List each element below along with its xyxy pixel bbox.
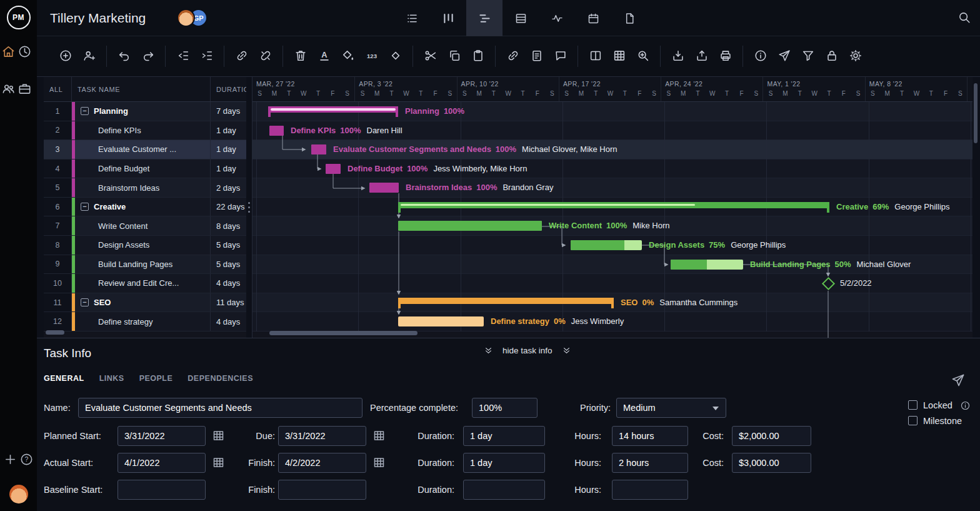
toolbar-export-icon[interactable] bbox=[694, 49, 709, 64]
collapse-icon[interactable]: − bbox=[81, 298, 89, 306]
toolbar-settings-icon[interactable] bbox=[848, 49, 863, 64]
task-row-9[interactable]: 9 Build Landing Pages 5 days bbox=[44, 255, 246, 275]
task-row-6[interactable]: 6 −Creative 22 days bbox=[44, 198, 246, 217]
due-input[interactable] bbox=[278, 426, 366, 446]
calendar-icon[interactable] bbox=[372, 456, 386, 470]
task-row-12[interactable]: 12 Define strategy 4 days bbox=[44, 312, 246, 331]
sidebar-clock-icon[interactable] bbox=[16, 44, 32, 61]
toolbar-copy-icon[interactable] bbox=[446, 49, 462, 64]
toolbar-paste-icon[interactable] bbox=[470, 49, 486, 64]
toolbar-notes-icon[interactable] bbox=[529, 49, 544, 64]
toolbar-zoom-icon[interactable] bbox=[635, 49, 651, 64]
baseline-start-input[interactable] bbox=[118, 480, 206, 500]
collapse-icon[interactable]: − bbox=[81, 203, 89, 211]
task-row-5[interactable]: 5 Brainstorm Ideas 2 days bbox=[44, 178, 246, 198]
task-row-4[interactable]: 4 Define Budget 1 day bbox=[44, 159, 246, 179]
gantt-summary-bar[interactable] bbox=[268, 106, 398, 113]
toolbar-indent-icon[interactable] bbox=[199, 49, 214, 64]
finish-input[interactable] bbox=[278, 480, 366, 500]
panel-splitter[interactable] bbox=[246, 77, 252, 338]
gantt-task-bar[interactable] bbox=[269, 126, 284, 136]
task-name-cell[interactable]: −Planning bbox=[72, 102, 211, 121]
duration-input[interactable] bbox=[463, 453, 545, 473]
gantt-vertical-scrollbar[interactable] bbox=[974, 83, 978, 143]
task-name-cell[interactable]: Brainstorm Ideas bbox=[72, 178, 211, 197]
task-row-7[interactable]: 7 Write Content 8 days bbox=[44, 216, 246, 236]
view-list-view-icon[interactable] bbox=[394, 0, 430, 36]
name-input[interactable] bbox=[78, 398, 362, 418]
gantt-summary-bar[interactable] bbox=[398, 202, 829, 208]
gantt-horizontal-scrollbar[interactable] bbox=[269, 331, 418, 335]
tab-people[interactable]: PEOPLE bbox=[139, 374, 173, 383]
gantt-summary-bar[interactable] bbox=[398, 298, 614, 304]
percentage-complete-input[interactable] bbox=[472, 398, 538, 418]
toolbar-add-task-icon[interactable] bbox=[58, 49, 73, 64]
task-name-cell[interactable]: Design Assets bbox=[72, 236, 211, 255]
duration-input[interactable] bbox=[463, 426, 545, 446]
toolbar-comment-icon[interactable] bbox=[552, 49, 568, 64]
cost-input[interactable] bbox=[732, 426, 811, 446]
tab-general[interactable]: GENERAL bbox=[44, 374, 84, 383]
sidebar-help-icon[interactable]: ? bbox=[19, 452, 35, 468]
planned-start-input[interactable] bbox=[118, 426, 206, 446]
toolbar-undo-icon[interactable] bbox=[116, 49, 132, 64]
task-name-cell[interactable]: −Creative bbox=[72, 198, 211, 216]
gantt-milestone-diamond[interactable] bbox=[822, 277, 835, 290]
task-name-cell[interactable]: Evaluate Customer ... bbox=[72, 140, 211, 159]
toolbar-attach-icon[interactable] bbox=[505, 49, 521, 64]
view-doc-view-icon[interactable] bbox=[611, 0, 648, 36]
collapse-icon[interactable]: − bbox=[81, 107, 89, 115]
toolbar-send-icon[interactable] bbox=[776, 49, 792, 64]
hours-input[interactable] bbox=[612, 480, 688, 500]
toolbar-import-icon[interactable] bbox=[670, 49, 686, 64]
duration-input[interactable] bbox=[463, 480, 545, 500]
toolbar-info-icon[interactable] bbox=[752, 49, 768, 64]
toolbar-grid-icon[interactable] bbox=[611, 49, 627, 64]
gantt-task-bar[interactable] bbox=[398, 221, 542, 231]
task-row-8[interactable]: 8 Design Assets 5 days bbox=[44, 236, 246, 255]
send-plane-icon[interactable] bbox=[951, 373, 966, 388]
user-avatar[interactable] bbox=[9, 485, 28, 503]
tab-links[interactable]: LINKS bbox=[99, 374, 124, 383]
task-row-1[interactable]: 1 −Planning 7 days bbox=[44, 102, 246, 121]
gantt-task-bar[interactable] bbox=[571, 240, 642, 250]
sidebar-portfolio-icon[interactable] bbox=[16, 81, 32, 98]
actual-start-input[interactable] bbox=[118, 453, 206, 473]
tab-dependencies[interactable]: DEPENDENCIES bbox=[188, 374, 253, 383]
toolbar-split-icon[interactable] bbox=[588, 49, 603, 64]
view-gantt-view-icon[interactable] bbox=[466, 0, 502, 36]
toolbar-delete-icon[interactable] bbox=[292, 49, 308, 64]
cost-input[interactable] bbox=[732, 453, 811, 473]
grid-horizontal-scrollbar[interactable] bbox=[46, 330, 64, 335]
filter-all-header[interactable]: ALL bbox=[44, 77, 72, 101]
gantt-task-bar[interactable] bbox=[671, 260, 743, 270]
toolbar-link-icon[interactable] bbox=[234, 49, 249, 64]
task-name-cell[interactable]: Define strategy bbox=[72, 312, 211, 331]
calendar-icon[interactable] bbox=[372, 429, 386, 443]
task-name-cell[interactable]: Review and Edit Cre... bbox=[72, 274, 211, 293]
locked-checkbox[interactable] bbox=[908, 400, 918, 410]
hide-task-info-button[interactable]: hide task info bbox=[483, 345, 572, 356]
task-row-10[interactable]: 10 Review and Edit Cre... 4 days bbox=[44, 274, 246, 293]
toolbar-outdent-icon[interactable] bbox=[175, 49, 191, 64]
milestone-checkbox[interactable] bbox=[908, 416, 918, 425]
toolbar-fill-icon[interactable] bbox=[340, 49, 356, 64]
view-calendar-view-icon[interactable] bbox=[575, 0, 611, 36]
task-row-2[interactable]: 2 Define KPIs 1 day bbox=[44, 121, 246, 141]
toolbar-filter-icon[interactable] bbox=[800, 49, 816, 64]
gantt-task-bar[interactable] bbox=[311, 144, 326, 154]
task-name-cell[interactable]: −SEO bbox=[72, 293, 211, 312]
view-sheet-view-icon[interactable] bbox=[502, 0, 539, 36]
gantt-task-bar[interactable] bbox=[398, 316, 484, 326]
search-icon[interactable] bbox=[956, 10, 972, 26]
finish-input[interactable] bbox=[278, 453, 366, 473]
toolbar-milestone-icon[interactable] bbox=[388, 49, 403, 64]
toolbar-print-icon[interactable] bbox=[718, 49, 733, 64]
task-row-3[interactable]: 3 Evaluate Customer ... 1 day bbox=[44, 140, 246, 159]
toolbar-font-icon[interactable]: A bbox=[316, 49, 332, 64]
task-name-cell[interactable]: Build Landing Pages bbox=[72, 255, 211, 274]
locked-info-icon[interactable] bbox=[960, 400, 971, 411]
sidebar-plus-icon[interactable] bbox=[2, 452, 19, 468]
toolbar-redo-icon[interactable] bbox=[140, 49, 156, 64]
priority-select[interactable]: Medium bbox=[616, 398, 726, 418]
